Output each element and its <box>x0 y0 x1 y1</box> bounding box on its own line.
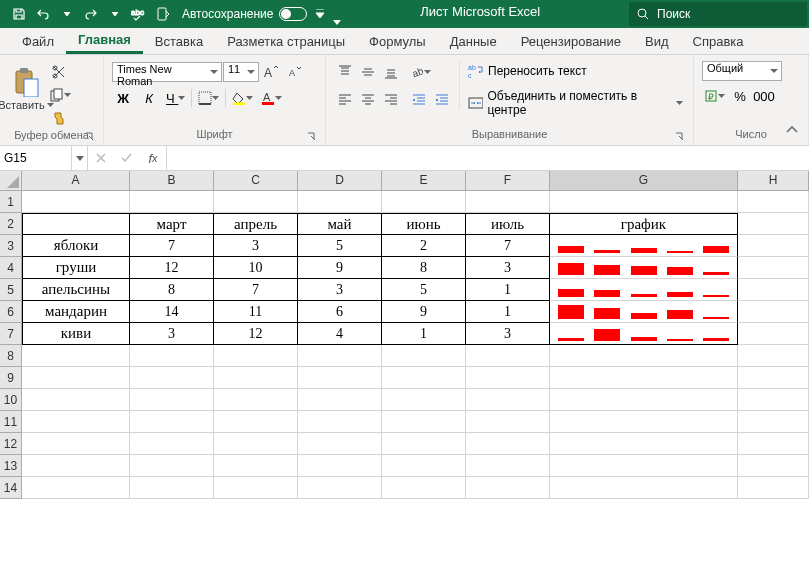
cell[interactable] <box>382 367 466 389</box>
enter-formula-button[interactable] <box>114 146 140 170</box>
increase-font-button[interactable]: A <box>260 61 282 83</box>
cell[interactable]: 3 <box>298 279 382 301</box>
tab-insert[interactable]: Вставка <box>143 28 215 54</box>
cell[interactable]: 3 <box>130 323 214 345</box>
cell[interactable] <box>466 367 550 389</box>
cell[interactable] <box>738 235 809 257</box>
cell[interactable] <box>550 301 738 323</box>
cell[interactable]: 1 <box>466 301 550 323</box>
cell[interactable] <box>738 279 809 301</box>
cell[interactable]: апельсины <box>22 279 130 301</box>
cell[interactable]: 7 <box>130 235 214 257</box>
cell[interactable] <box>550 257 738 279</box>
cell[interactable] <box>738 367 809 389</box>
cell[interactable] <box>738 477 809 499</box>
cell[interactable] <box>550 389 738 411</box>
cell[interactable]: 8 <box>130 279 214 301</box>
cell[interactable]: 3 <box>214 235 298 257</box>
paste-button[interactable]: Вставить <box>4 57 48 121</box>
cell[interactable] <box>382 455 466 477</box>
cell[interactable] <box>298 191 382 213</box>
cell[interactable] <box>738 257 809 279</box>
cell[interactable] <box>298 367 382 389</box>
row-header[interactable]: 8 <box>0 345 22 367</box>
merge-center-button[interactable]: Объединить и поместить в центре <box>466 87 685 119</box>
cell[interactable]: апрель <box>214 213 298 235</box>
row-header[interactable]: 10 <box>0 389 22 411</box>
cell[interactable] <box>22 477 130 499</box>
fill-color-button[interactable] <box>230 87 255 109</box>
row-header[interactable]: 3 <box>0 235 22 257</box>
cell[interactable] <box>466 191 550 213</box>
comma-button[interactable]: 000 <box>753 85 775 107</box>
cell[interactable] <box>130 477 214 499</box>
tab-help[interactable]: Справка <box>681 28 756 54</box>
font-color-button[interactable]: A <box>259 87 284 109</box>
row-header[interactable]: 1 <box>0 191 22 213</box>
cell[interactable] <box>130 191 214 213</box>
formula-input[interactable] <box>167 146 809 170</box>
cell[interactable] <box>738 455 809 477</box>
name-box[interactable]: G15 <box>0 146 88 170</box>
cell[interactable] <box>382 411 466 433</box>
cell[interactable] <box>738 345 809 367</box>
cell[interactable] <box>466 411 550 433</box>
cell[interactable]: 14 <box>130 301 214 323</box>
cell[interactable] <box>466 477 550 499</box>
cell[interactable] <box>214 477 298 499</box>
cell[interactable]: 9 <box>298 257 382 279</box>
cell[interactable] <box>382 433 466 455</box>
cell[interactable] <box>130 433 214 455</box>
tab-view[interactable]: Вид <box>633 28 681 54</box>
cell[interactable] <box>738 213 809 235</box>
cell[interactable] <box>550 477 738 499</box>
cell[interactable]: 3 <box>466 323 550 345</box>
row-header[interactable]: 5 <box>0 279 22 301</box>
cell[interactable] <box>466 433 550 455</box>
cell[interactable] <box>298 433 382 455</box>
cell[interactable]: 12 <box>214 323 298 345</box>
percent-button[interactable]: % <box>729 85 751 107</box>
font-size-select[interactable]: 11 <box>223 62 259 82</box>
cell[interactable]: мандарин <box>22 301 130 323</box>
cell[interactable] <box>738 389 809 411</box>
spreadsheet-grid[interactable]: 1234567891011121314 ABCDEFGH мартапрельм… <box>0 171 809 581</box>
cell[interactable] <box>738 411 809 433</box>
cell[interactable] <box>22 411 130 433</box>
font-name-select[interactable]: Times New Roman <box>112 62 222 82</box>
cell[interactable] <box>550 279 738 301</box>
row-header[interactable]: 4 <box>0 257 22 279</box>
format-painter-button[interactable] <box>48 107 70 129</box>
align-right-button[interactable] <box>380 89 402 111</box>
collapse-ribbon-button[interactable] <box>781 119 803 141</box>
column-header[interactable]: E <box>382 171 466 191</box>
align-left-button[interactable] <box>334 89 356 111</box>
cell[interactable] <box>382 477 466 499</box>
cell[interactable] <box>22 191 130 213</box>
qat-customize[interactable] <box>309 3 331 25</box>
name-box-dropdown[interactable] <box>71 146 87 170</box>
cell[interactable] <box>550 323 738 345</box>
cell[interactable] <box>550 433 738 455</box>
number-format-select[interactable]: Общий <box>702 61 782 81</box>
cell[interactable] <box>298 389 382 411</box>
column-header[interactable]: G <box>550 171 738 191</box>
cell[interactable]: июнь <box>382 213 466 235</box>
cell[interactable] <box>298 411 382 433</box>
undo-button[interactable] <box>32 3 54 25</box>
column-header[interactable]: A <box>22 171 130 191</box>
cell[interactable] <box>22 367 130 389</box>
redo-button[interactable] <box>80 3 102 25</box>
align-center-button[interactable] <box>357 89 379 111</box>
column-header[interactable]: H <box>738 171 809 191</box>
tab-layout[interactable]: Разметка страницы <box>215 28 357 54</box>
cell[interactable] <box>130 389 214 411</box>
clipboard-launcher[interactable] <box>85 132 97 144</box>
spellcheck-button[interactable]: abc <box>128 3 150 25</box>
column-header[interactable]: C <box>214 171 298 191</box>
select-all-corner[interactable] <box>0 171 22 191</box>
row-header[interactable]: 14 <box>0 477 22 499</box>
align-top-button[interactable] <box>334 61 356 83</box>
cell[interactable]: 10 <box>214 257 298 279</box>
cell[interactable] <box>738 191 809 213</box>
